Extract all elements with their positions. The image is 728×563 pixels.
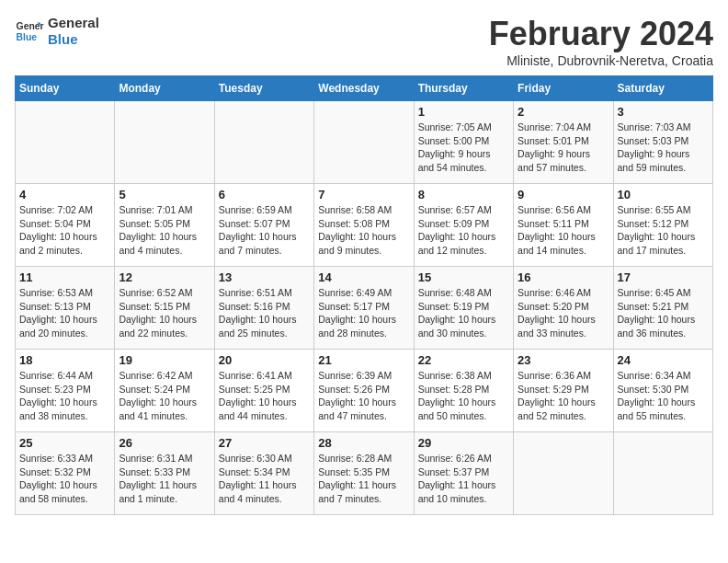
calendar-cell: 23Sunrise: 6:36 AMSunset: 5:29 PMDayligh… bbox=[514, 350, 613, 432]
weekday-header-monday: Monday bbox=[115, 76, 214, 101]
calendar-cell: 8Sunrise: 6:57 AMSunset: 5:09 PMDaylight… bbox=[414, 184, 513, 267]
day-number: 9 bbox=[518, 188, 609, 201]
day-info: Sunrise: 6:26 AMSunset: 5:37 PMDaylight:… bbox=[418, 452, 509, 506]
day-number: 22 bbox=[418, 353, 509, 367]
calendar-cell: 29Sunrise: 6:26 AMSunset: 5:37 PMDayligh… bbox=[414, 432, 513, 515]
day-number: 13 bbox=[219, 270, 310, 284]
day-info: Sunrise: 6:38 AMSunset: 5:28 PMDaylight:… bbox=[418, 369, 509, 423]
calendar-cell bbox=[514, 432, 613, 515]
calendar-cell bbox=[314, 101, 414, 184]
day-number: 7 bbox=[318, 188, 409, 201]
day-number: 14 bbox=[318, 270, 409, 284]
svg-text:Blue: Blue bbox=[17, 32, 38, 42]
calendar-cell: 17Sunrise: 6:45 AMSunset: 5:21 PMDayligh… bbox=[613, 267, 712, 350]
calendar-cell: 11Sunrise: 6:53 AMSunset: 5:13 PMDayligh… bbox=[16, 267, 115, 350]
calendar-cell: 5Sunrise: 7:01 AMSunset: 5:05 PMDaylight… bbox=[115, 184, 214, 267]
day-info: Sunrise: 6:56 AMSunset: 5:11 PMDaylight:… bbox=[518, 203, 609, 258]
calendar-cell: 14Sunrise: 6:49 AMSunset: 5:17 PMDayligh… bbox=[314, 267, 414, 350]
calendar-cell: 6Sunrise: 6:59 AMSunset: 5:07 PMDaylight… bbox=[214, 184, 313, 267]
calendar-cell: 7Sunrise: 6:58 AMSunset: 5:08 PMDaylight… bbox=[314, 184, 414, 267]
day-info: Sunrise: 6:41 AMSunset: 5:25 PMDaylight:… bbox=[219, 369, 310, 423]
day-info: Sunrise: 6:49 AMSunset: 5:17 PMDaylight:… bbox=[318, 286, 409, 340]
day-info: Sunrise: 7:01 AMSunset: 5:05 PMDaylight:… bbox=[119, 203, 210, 258]
day-info: Sunrise: 7:02 AMSunset: 5:04 PMDaylight:… bbox=[19, 203, 110, 258]
calendar-cell: 20Sunrise: 6:41 AMSunset: 5:25 PMDayligh… bbox=[214, 350, 313, 432]
logo-general: General bbox=[48, 15, 99, 31]
calendar-cell: 24Sunrise: 6:34 AMSunset: 5:30 PMDayligh… bbox=[613, 350, 712, 432]
weekday-header-saturday: Saturday bbox=[613, 76, 712, 101]
day-number: 17 bbox=[618, 270, 709, 284]
calendar-cell: 28Sunrise: 6:28 AMSunset: 5:35 PMDayligh… bbox=[314, 432, 414, 515]
calendar-week-1: 1Sunrise: 7:05 AMSunset: 5:00 PMDaylight… bbox=[16, 101, 713, 184]
calendar-cell: 13Sunrise: 6:51 AMSunset: 5:16 PMDayligh… bbox=[214, 267, 313, 350]
day-info: Sunrise: 6:28 AMSunset: 5:35 PMDaylight:… bbox=[318, 452, 409, 506]
calendar-cell: 22Sunrise: 6:38 AMSunset: 5:28 PMDayligh… bbox=[414, 350, 513, 432]
day-info: Sunrise: 6:46 AMSunset: 5:20 PMDaylight:… bbox=[518, 286, 609, 340]
calendar-cell: 4Sunrise: 7:02 AMSunset: 5:04 PMDaylight… bbox=[16, 184, 115, 267]
day-info: Sunrise: 6:57 AMSunset: 5:09 PMDaylight:… bbox=[418, 203, 509, 258]
weekday-header-row: SundayMondayTuesdayWednesdayThursdayFrid… bbox=[16, 76, 713, 101]
logo: General Blue General Blue bbox=[15, 15, 99, 48]
day-number: 26 bbox=[119, 436, 210, 450]
day-info: Sunrise: 6:44 AMSunset: 5:23 PMDaylight:… bbox=[19, 369, 110, 423]
day-number: 20 bbox=[219, 353, 310, 367]
day-info: Sunrise: 6:33 AMSunset: 5:32 PMDaylight:… bbox=[19, 452, 110, 506]
weekday-header-thursday: Thursday bbox=[414, 76, 513, 101]
month-title: February 2024 bbox=[489, 15, 713, 53]
title-block: February 2024 Mliniste, Dubrovnik-Neretv… bbox=[489, 15, 713, 68]
day-info: Sunrise: 6:31 AMSunset: 5:33 PMDaylight:… bbox=[119, 452, 210, 506]
logo-blue: Blue bbox=[48, 31, 99, 48]
calendar-cell bbox=[613, 432, 712, 515]
calendar-cell: 26Sunrise: 6:31 AMSunset: 5:33 PMDayligh… bbox=[115, 432, 214, 515]
calendar-cell: 12Sunrise: 6:52 AMSunset: 5:15 PMDayligh… bbox=[115, 267, 214, 350]
page-header: General Blue General Blue February 2024 … bbox=[15, 15, 713, 68]
day-number: 19 bbox=[119, 353, 210, 367]
calendar-cell: 27Sunrise: 6:30 AMSunset: 5:34 PMDayligh… bbox=[214, 432, 313, 515]
calendar-cell: 2Sunrise: 7:04 AMSunset: 5:01 PMDaylight… bbox=[514, 101, 613, 184]
calendar-cell: 18Sunrise: 6:44 AMSunset: 5:23 PMDayligh… bbox=[16, 350, 115, 432]
day-info: Sunrise: 6:42 AMSunset: 5:24 PMDaylight:… bbox=[119, 369, 210, 423]
weekday-header-friday: Friday bbox=[514, 76, 613, 101]
day-info: Sunrise: 6:53 AMSunset: 5:13 PMDaylight:… bbox=[19, 286, 110, 340]
calendar-week-3: 11Sunrise: 6:53 AMSunset: 5:13 PMDayligh… bbox=[16, 267, 713, 350]
calendar-cell: 15Sunrise: 6:48 AMSunset: 5:19 PMDayligh… bbox=[414, 267, 513, 350]
calendar-week-4: 18Sunrise: 6:44 AMSunset: 5:23 PMDayligh… bbox=[16, 350, 713, 432]
day-info: Sunrise: 6:30 AMSunset: 5:34 PMDaylight:… bbox=[219, 452, 310, 506]
day-number: 2 bbox=[518, 105, 609, 119]
day-number: 27 bbox=[219, 436, 310, 450]
day-number: 18 bbox=[19, 353, 110, 367]
calendar-cell: 1Sunrise: 7:05 AMSunset: 5:00 PMDaylight… bbox=[414, 101, 513, 184]
location: Mliniste, Dubrovnik-Neretva, Croatia bbox=[489, 53, 713, 68]
calendar-cell bbox=[214, 101, 313, 184]
weekday-header-sunday: Sunday bbox=[16, 76, 115, 101]
day-number: 4 bbox=[19, 188, 110, 201]
day-number: 28 bbox=[318, 436, 409, 450]
calendar-cell: 21Sunrise: 6:39 AMSunset: 5:26 PMDayligh… bbox=[314, 350, 414, 432]
day-info: Sunrise: 6:58 AMSunset: 5:08 PMDaylight:… bbox=[318, 203, 409, 258]
day-info: Sunrise: 7:03 AMSunset: 5:03 PMDaylight:… bbox=[618, 121, 709, 175]
day-info: Sunrise: 7:04 AMSunset: 5:01 PMDaylight:… bbox=[518, 121, 609, 175]
day-number: 11 bbox=[19, 270, 110, 284]
day-info: Sunrise: 7:05 AMSunset: 5:00 PMDaylight:… bbox=[418, 121, 509, 175]
day-number: 10 bbox=[618, 188, 709, 201]
day-number: 8 bbox=[418, 188, 509, 201]
day-number: 24 bbox=[618, 353, 709, 367]
day-number: 1 bbox=[418, 105, 509, 119]
calendar-cell: 19Sunrise: 6:42 AMSunset: 5:24 PMDayligh… bbox=[115, 350, 214, 432]
calendar-cell: 10Sunrise: 6:55 AMSunset: 5:12 PMDayligh… bbox=[613, 184, 712, 267]
day-number: 3 bbox=[618, 105, 709, 119]
day-number: 5 bbox=[119, 188, 210, 201]
day-number: 25 bbox=[19, 436, 110, 450]
day-info: Sunrise: 6:55 AMSunset: 5:12 PMDaylight:… bbox=[618, 203, 709, 258]
day-info: Sunrise: 6:52 AMSunset: 5:15 PMDaylight:… bbox=[119, 286, 210, 340]
calendar-cell: 16Sunrise: 6:46 AMSunset: 5:20 PMDayligh… bbox=[514, 267, 613, 350]
calendar-cell: 3Sunrise: 7:03 AMSunset: 5:03 PMDaylight… bbox=[613, 101, 712, 184]
day-info: Sunrise: 6:51 AMSunset: 5:16 PMDaylight:… bbox=[219, 286, 310, 340]
day-info: Sunrise: 6:39 AMSunset: 5:26 PMDaylight:… bbox=[318, 369, 409, 423]
day-info: Sunrise: 6:59 AMSunset: 5:07 PMDaylight:… bbox=[219, 203, 310, 258]
weekday-header-wednesday: Wednesday bbox=[314, 76, 414, 101]
day-number: 23 bbox=[518, 353, 609, 367]
weekday-header-tuesday: Tuesday bbox=[214, 76, 313, 101]
day-number: 6 bbox=[219, 188, 310, 201]
day-info: Sunrise: 6:34 AMSunset: 5:30 PMDaylight:… bbox=[618, 369, 709, 423]
